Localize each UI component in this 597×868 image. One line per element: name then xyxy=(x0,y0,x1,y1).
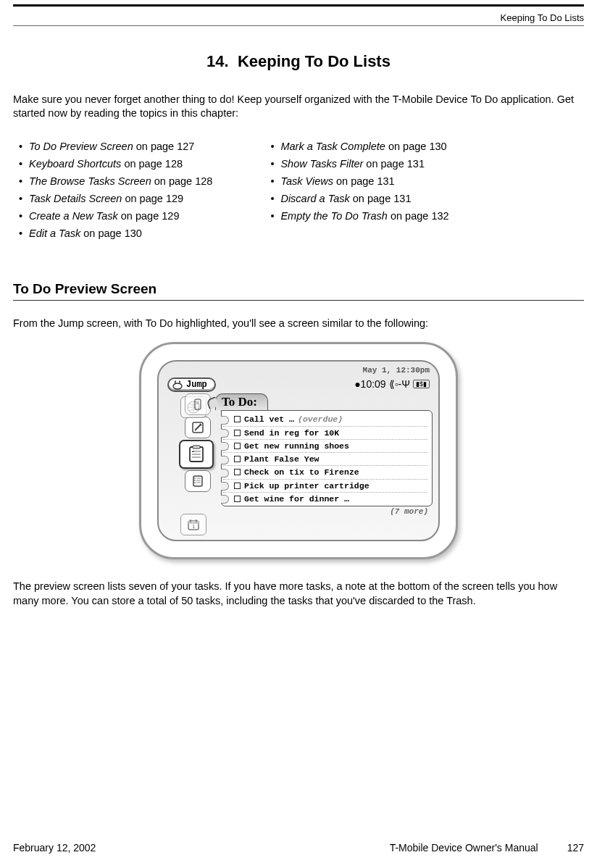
paragraph-before-figure: From the Jump screen, with To Do highlig… xyxy=(13,317,584,331)
todo-row: Get wine for dinner … xyxy=(223,493,427,505)
checkbox-icon xyxy=(234,456,241,462)
checkbox-icon xyxy=(234,416,241,422)
jump-button: Jump xyxy=(167,377,216,392)
checkbox-icon xyxy=(234,469,241,475)
jump-label: Jump xyxy=(186,380,207,390)
device-screen: May 1, 12:30pm Jump ●10:09 ⟪◦‑Ψ ▮$▮ xyxy=(157,360,440,541)
wheel-compose-icon xyxy=(185,417,211,438)
page-footer: February 12, 2002 T-Mobile Device Owner'… xyxy=(13,842,584,854)
wheel-todo-icon xyxy=(179,440,214,469)
todo-preview-panel: To Do: Call vet … (overdue) Send in reg … xyxy=(221,393,433,534)
todo-list: Call vet … (overdue) Send in reg for 10K… xyxy=(221,410,433,506)
checkbox-icon xyxy=(234,443,241,449)
status-date: May 1, 12:30pm xyxy=(363,366,430,375)
checkbox-icon xyxy=(234,496,241,502)
top-rule-thin xyxy=(13,25,584,26)
jump-icon xyxy=(172,380,183,390)
status-clock: ●10:09 xyxy=(354,378,386,390)
svg-rect-10 xyxy=(193,476,202,486)
paragraph-after-figure: The preview screen lists seven of your t… xyxy=(13,580,584,608)
svg-point-13 xyxy=(194,482,196,483)
chapter-title: 14. Keeping To Do Lists xyxy=(13,52,584,71)
todo-row: Plant False Yew xyxy=(223,453,427,466)
toc-item: Edit a Task on page 130 xyxy=(19,228,212,239)
todo-row: Get new running shoes xyxy=(223,440,427,453)
svg-rect-6 xyxy=(193,446,200,448)
svg-rect-3 xyxy=(196,401,199,404)
status-icons: ●10:09 ⟪◦‑Ψ ▮$▮ xyxy=(354,378,430,390)
toc-column-right: Mark a Task Complete on page 130 Show Ta… xyxy=(270,141,448,245)
todo-row: Pick up printer cartridge xyxy=(223,480,427,493)
toc-item: Show Tasks Filter on page 131 xyxy=(270,158,448,170)
svg-point-12 xyxy=(194,480,196,481)
toc-column-left: To Do Preview Screen on page 127 Keyboar… xyxy=(19,141,212,245)
toc-item: To Do Preview Screen on page 127 xyxy=(19,141,212,152)
device-shell: May 1, 12:30pm Jump ●10:09 ⟪◦‑Ψ ▮$▮ xyxy=(139,342,458,559)
signal-icon: ⟪◦‑Ψ xyxy=(389,378,410,390)
footer-page-number: 127 xyxy=(567,842,584,854)
toc-item: Empty the To Do Trash on page 132 xyxy=(270,210,448,222)
device-figure: May 1, 12:30pm Jump ●10:09 ⟪◦‑Ψ ▮$▮ xyxy=(139,342,458,559)
svg-point-0 xyxy=(173,383,182,389)
svg-text:1: 1 xyxy=(192,524,195,530)
todo-row: Call vet … (overdue) xyxy=(223,413,427,426)
section-heading: To Do Preview Screen xyxy=(13,281,584,301)
app-wheel: 1 xyxy=(164,393,217,534)
toc-item: Keyboard Shortcuts on page 128 xyxy=(19,158,212,170)
toc-item: Create a New Task on page 129 xyxy=(19,210,212,222)
chapter-toc: To Do Preview Screen on page 127 Keyboar… xyxy=(13,141,584,245)
todo-row: Check on tix to Firenze xyxy=(223,466,427,479)
wheel-notes-icon xyxy=(185,470,211,492)
status-bar: May 1, 12:30pm xyxy=(164,366,433,376)
toc-item: Mark a Task Complete on page 130 xyxy=(270,141,448,152)
toc-item: Discard a Task on page 131 xyxy=(270,193,448,204)
toc-item: Task Details Screen on page 129 xyxy=(19,193,212,204)
todo-tab: To Do: xyxy=(215,393,268,410)
battery-icon: ▮$▮ xyxy=(413,380,430,388)
svg-point-11 xyxy=(194,477,196,479)
running-head: Keeping To Do Lists xyxy=(13,7,584,23)
checkbox-icon xyxy=(234,483,241,489)
footer-manual-title: T-Mobile Device Owner's Manual xyxy=(390,842,538,854)
toc-item: Task Views on page 131 xyxy=(270,175,448,187)
footer-date: February 12, 2002 xyxy=(13,842,96,854)
wheel-calendar-icon: 1 xyxy=(180,514,206,535)
checkbox-icon xyxy=(234,430,241,436)
intro-paragraph: Make sure you never forget another thing… xyxy=(13,93,584,120)
todo-more-note: (7 more) xyxy=(221,506,433,517)
chapter-title-text: Keeping To Do Lists xyxy=(238,52,391,70)
chapter-number: 14. xyxy=(206,52,229,70)
toc-item: The Browse Tasks Screen on page 128 xyxy=(19,175,212,187)
todo-row: Send in reg for 10K xyxy=(223,427,427,440)
